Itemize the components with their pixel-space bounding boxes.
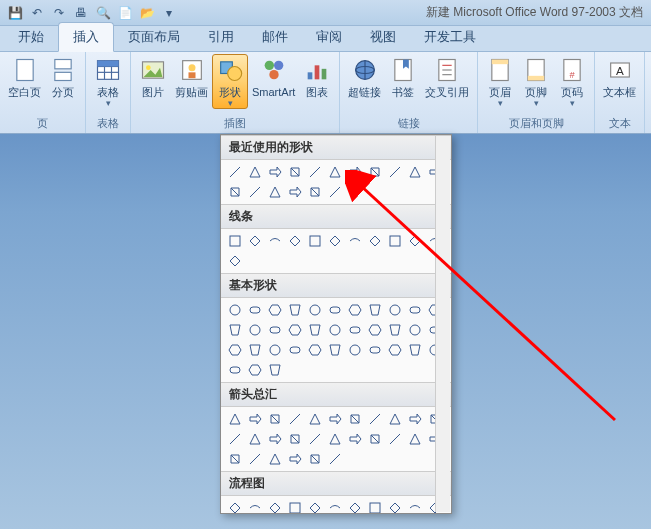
tab-7[interactable]: 开发工具 <box>410 23 490 51</box>
shape-item[interactable] <box>226 361 244 379</box>
shape-item[interactable] <box>346 410 364 428</box>
chart-button[interactable]: 图表 <box>299 54 335 101</box>
shape-item[interactable] <box>266 410 284 428</box>
shape-item[interactable] <box>246 410 264 428</box>
picture-button[interactable]: 图片 <box>135 54 171 101</box>
shape-item[interactable] <box>246 361 264 379</box>
save-icon[interactable]: 💾 <box>5 3 25 23</box>
pagenum-button[interactable]: #页码▾ <box>554 54 590 109</box>
shape-item[interactable] <box>406 430 424 448</box>
textbox-button[interactable]: A文本框 <box>599 54 640 101</box>
shape-item[interactable] <box>266 163 284 181</box>
shape-item[interactable] <box>226 450 244 468</box>
shape-item[interactable] <box>226 252 244 270</box>
shape-item[interactable] <box>226 232 244 250</box>
shape-item[interactable] <box>226 183 244 201</box>
header-button[interactable]: 页眉▾ <box>482 54 518 109</box>
shape-item[interactable] <box>326 301 344 319</box>
shape-item[interactable] <box>286 183 304 201</box>
shape-item[interactable] <box>306 341 324 359</box>
shape-item[interactable] <box>286 163 304 181</box>
tab-5[interactable]: 审阅 <box>302 23 356 51</box>
shape-item[interactable] <box>286 499 304 514</box>
shape-item[interactable] <box>326 163 344 181</box>
shape-item[interactable] <box>226 301 244 319</box>
shape-item[interactable] <box>226 430 244 448</box>
shape-item[interactable] <box>286 232 304 250</box>
shape-item[interactable] <box>266 341 284 359</box>
clipart-button[interactable]: 剪贴画 <box>171 54 212 101</box>
shape-item[interactable] <box>326 410 344 428</box>
shape-item[interactable] <box>326 450 344 468</box>
shape-item[interactable] <box>326 232 344 250</box>
shape-item[interactable] <box>246 341 264 359</box>
table-button[interactable]: 表格▾ <box>90 54 126 109</box>
shape-item[interactable] <box>406 321 424 339</box>
shape-item[interactable] <box>406 301 424 319</box>
scrollbar[interactable] <box>435 136 450 512</box>
shapes-button[interactable]: 形状▾ <box>212 54 248 109</box>
shape-item[interactable] <box>246 499 264 514</box>
shape-item[interactable] <box>246 301 264 319</box>
shape-item[interactable] <box>286 450 304 468</box>
open-icon[interactable]: 📂 <box>137 3 157 23</box>
new-icon[interactable]: 📄 <box>115 3 135 23</box>
shape-item[interactable] <box>306 183 324 201</box>
shape-item[interactable] <box>266 499 284 514</box>
shape-item[interactable] <box>386 410 404 428</box>
shape-item[interactable] <box>346 341 364 359</box>
preview-icon[interactable]: 🔍 <box>93 3 113 23</box>
shape-item[interactable] <box>366 301 384 319</box>
blank-page-button[interactable]: 空白页 <box>4 54 45 101</box>
shape-item[interactable] <box>306 232 324 250</box>
shape-item[interactable] <box>346 321 364 339</box>
page-break-button[interactable]: 分页 <box>45 54 81 101</box>
shape-item[interactable] <box>266 301 284 319</box>
shape-item[interactable] <box>386 499 404 514</box>
shape-item[interactable] <box>246 321 264 339</box>
shape-item[interactable] <box>406 499 424 514</box>
tab-4[interactable]: 邮件 <box>248 23 302 51</box>
shape-item[interactable] <box>326 183 344 201</box>
shape-item[interactable] <box>306 450 324 468</box>
shape-item[interactable] <box>286 301 304 319</box>
shape-item[interactable] <box>386 321 404 339</box>
shape-item[interactable] <box>306 410 324 428</box>
shape-item[interactable] <box>306 499 324 514</box>
crossref-button[interactable]: 交叉引用 <box>421 54 473 101</box>
shape-item[interactable] <box>346 232 364 250</box>
shape-item[interactable] <box>386 301 404 319</box>
footer-button[interactable]: 页脚▾ <box>518 54 554 109</box>
shape-item[interactable] <box>366 499 384 514</box>
shape-item[interactable] <box>246 232 264 250</box>
shape-item[interactable] <box>226 341 244 359</box>
shape-item[interactable] <box>406 341 424 359</box>
shape-item[interactable] <box>306 321 324 339</box>
shape-item[interactable] <box>286 410 304 428</box>
shape-item[interactable] <box>286 430 304 448</box>
shape-item[interactable] <box>386 163 404 181</box>
shape-item[interactable] <box>266 430 284 448</box>
shape-item[interactable] <box>306 430 324 448</box>
shape-item[interactable] <box>386 341 404 359</box>
shape-item[interactable] <box>366 430 384 448</box>
tab-3[interactable]: 引用 <box>194 23 248 51</box>
shape-item[interactable] <box>306 301 324 319</box>
shape-item[interactable] <box>406 163 424 181</box>
shape-item[interactable] <box>326 341 344 359</box>
shape-item[interactable] <box>266 183 284 201</box>
shape-item[interactable] <box>366 232 384 250</box>
shape-item[interactable] <box>306 163 324 181</box>
shape-item[interactable] <box>406 232 424 250</box>
redo-icon[interactable]: ↷ <box>49 3 69 23</box>
shape-item[interactable] <box>326 430 344 448</box>
smartart-button[interactable]: SmartArt <box>248 54 299 101</box>
shape-item[interactable] <box>386 430 404 448</box>
tab-0[interactable]: 开始 <box>4 23 58 51</box>
shape-item[interactable] <box>346 430 364 448</box>
shape-item[interactable] <box>366 321 384 339</box>
shape-item[interactable] <box>346 499 364 514</box>
shape-item[interactable] <box>226 410 244 428</box>
shape-item[interactable] <box>226 163 244 181</box>
shape-item[interactable] <box>266 450 284 468</box>
